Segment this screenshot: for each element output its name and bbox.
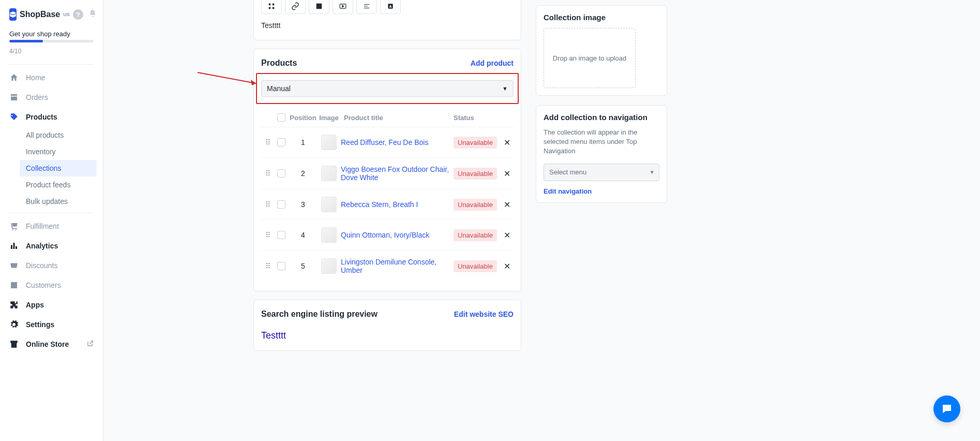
video-icon[interactable]	[333, 0, 353, 14]
sidebar-item-discounts[interactable]: Discounts	[0, 256, 103, 275]
sidebar-item-products[interactable]: Products	[0, 107, 103, 127]
add-product-button[interactable]: Add product	[471, 59, 514, 67]
products-table-header: Position Image Product title Status	[261, 109, 514, 127]
row-position: 3	[289, 200, 317, 209]
help-icon[interactable]: ?	[73, 9, 83, 20]
store-icon	[9, 340, 19, 349]
row-checkbox[interactable]	[277, 169, 285, 178]
sort-highlight-annotation: Manual ▼	[256, 73, 519, 104]
subnav-inventory[interactable]: Inventory	[26, 143, 103, 160]
gear-icon	[9, 320, 19, 329]
link-icon[interactable]	[285, 0, 306, 14]
edit-navigation-button[interactable]: Edit navigation	[544, 187, 659, 195]
sidebar-item-apps[interactable]: Apps	[0, 295, 103, 315]
pointer-arrow-annotation	[195, 70, 262, 91]
svg-marker-8	[251, 80, 256, 85]
subnav-product-feeds[interactable]: Product feeds	[26, 177, 103, 193]
sidebar-item-label: Online Store	[26, 340, 69, 348]
products-card: Products Add product Manual ▼ Position I…	[253, 49, 521, 291]
sidebar-item-analytics[interactable]: Analytics	[0, 236, 103, 256]
remove-row-button[interactable]: ✕	[500, 200, 514, 210]
sidebar-item-label: Orders	[26, 93, 48, 101]
products-table-body: ⠿ 1 Reed Diffuser, Feu De Bois Unavailab…	[261, 127, 514, 282]
sort-select[interactable]: Manual ▼	[261, 80, 514, 97]
svg-rect-2	[269, 7, 271, 9]
row-checkbox[interactable]	[277, 138, 285, 146]
format-icon[interactable]: A	[380, 0, 401, 14]
sidebar-item-online-store[interactable]: Online Store	[0, 334, 103, 354]
drag-handle-icon[interactable]: ⠿	[261, 262, 274, 270]
sidebar-item-home[interactable]: Home	[0, 68, 103, 87]
status-badge: Unavailable	[454, 260, 497, 272]
sidebar-item-label: Apps	[26, 301, 44, 309]
drag-handle-icon[interactable]: ⠿	[261, 169, 274, 178]
product-title-link[interactable]: Quinn Ottoman, Ivory/Black	[341, 231, 454, 239]
edit-seo-button[interactable]: Edit website SEO	[454, 310, 514, 318]
menu-select[interactable]: Select menu ▾	[544, 164, 659, 181]
onboarding-progress	[0, 40, 103, 46]
product-title-link[interactable]: Livingston Demilune Console, Umber	[341, 258, 454, 274]
sidebar-item-orders[interactable]: Orders	[0, 87, 103, 107]
drag-handle-icon[interactable]: ⠿	[261, 138, 274, 146]
remove-row-button[interactable]: ✕	[500, 230, 514, 240]
sidebar-item-label: Fulfillment	[26, 222, 59, 230]
sidebar-item-settings[interactable]: Settings	[0, 315, 103, 334]
menu-select-placeholder: Select menu	[549, 168, 586, 176]
sidebar-item-fulfillment[interactable]: Fulfillment	[0, 216, 103, 236]
orders-icon	[9, 93, 19, 102]
col-title: Product title	[341, 114, 454, 122]
select-all-checkbox[interactable]	[277, 113, 285, 122]
chat-bubble-button[interactable]	[933, 395, 960, 422]
subnav-bulk-updates[interactable]: Bulk updates	[26, 193, 103, 210]
image-drop-zone[interactable]: Drop an image to upload	[544, 28, 636, 88]
svg-line-7	[198, 72, 256, 83]
table-row: ⠿ 2 Viggo Boesen Fox Outdoor Chair, Dove…	[261, 158, 514, 189]
product-title-link[interactable]: Reed Diffuser, Feu De Bois	[341, 138, 454, 146]
navigation-heading: Add collection to navigation	[544, 113, 659, 122]
subnav-all-products[interactable]: All products	[26, 127, 103, 143]
product-title-link[interactable]: Rebecca Stern, Breath I	[341, 200, 454, 209]
table-row: ⠿ 1 Reed Diffuser, Feu De Bois Unavailab…	[261, 127, 514, 158]
row-position: 5	[289, 262, 317, 270]
row-checkbox[interactable]	[277, 262, 285, 270]
status-badge: Unavailable	[454, 168, 497, 180]
col-status: Status	[454, 114, 500, 122]
remove-row-button[interactable]: ✕	[500, 138, 514, 148]
svg-rect-3	[273, 7, 275, 9]
product-thumbnail	[321, 135, 337, 150]
remove-row-button[interactable]: ✕	[500, 169, 514, 179]
onboarding-label: Get your shop ready	[0, 30, 103, 40]
sidebar-item-customers[interactable]: Customers	[0, 275, 103, 295]
logo-icon	[9, 8, 17, 21]
sidebar-item-label: Discounts	[26, 261, 57, 270]
row-position: 2	[289, 169, 317, 178]
align-icon[interactable]	[356, 0, 377, 14]
drag-handle-icon[interactable]: ⠿	[261, 200, 274, 209]
col-image: Image	[317, 114, 341, 122]
chat-icon	[941, 403, 953, 415]
row-checkbox[interactable]	[277, 231, 285, 239]
navigation-card: Add collection to navigation The collect…	[536, 105, 667, 203]
table-row: ⠿ 4 Quinn Ottoman, Ivory/Black Unavailab…	[261, 220, 514, 251]
svg-rect-1	[273, 4, 275, 6]
chevron-down-icon: ▾	[651, 169, 654, 175]
product-title-link[interactable]: Viggo Boesen Fox Outdoor Chair, Dove Whi…	[341, 165, 454, 182]
image-icon[interactable]	[309, 0, 329, 14]
home-icon	[9, 73, 19, 82]
table-icon[interactable]	[261, 0, 282, 14]
subnav-collections[interactable]: Collections	[20, 160, 97, 177]
analytics-icon	[9, 241, 19, 251]
product-thumbnail	[321, 197, 337, 212]
external-link-icon[interactable]	[86, 340, 94, 349]
main-content: A Testttt Products Add product Manual ▼	[103, 0, 980, 441]
seo-preview-title: Testttt	[261, 330, 514, 341]
drop-zone-text: Drop an image to upload	[553, 54, 626, 62]
sidebar-item-label: Settings	[26, 320, 54, 329]
remove-row-button[interactable]: ✕	[500, 261, 514, 271]
bell-icon[interactable]	[88, 9, 97, 20]
editor-content[interactable]: Testttt	[261, 19, 514, 30]
drag-handle-icon[interactable]: ⠿	[261, 231, 274, 239]
row-checkbox[interactable]	[277, 200, 285, 209]
row-position: 1	[289, 138, 317, 146]
seo-heading: Search engine listing preview	[261, 310, 378, 319]
